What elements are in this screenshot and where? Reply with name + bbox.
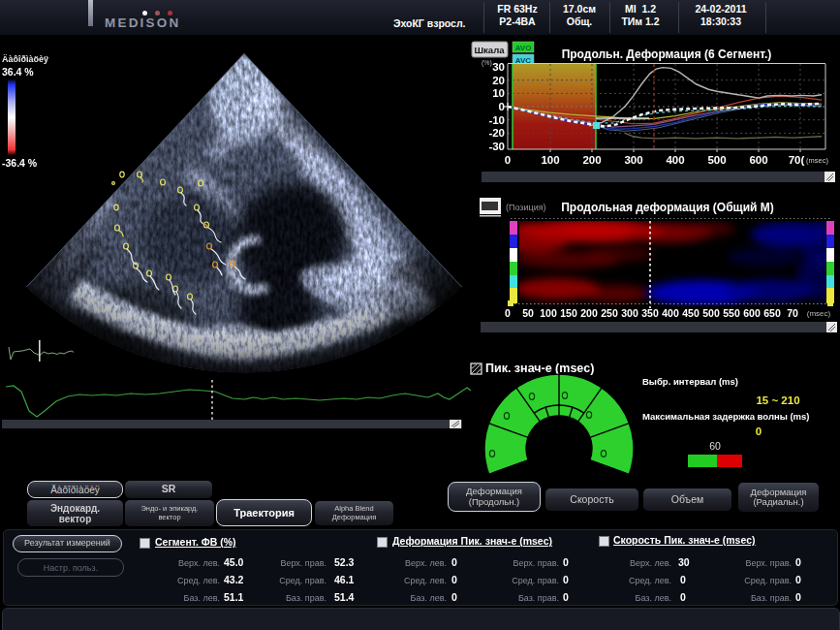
- svg-text:Максимальная задержка волны (m: Максимальная задержка волны (ms): [642, 411, 809, 422]
- svg-text:100: 100: [541, 154, 559, 166]
- svg-text:650: 650: [763, 307, 781, 319]
- svg-text:300: 300: [624, 154, 642, 166]
- svg-text:60: 60: [709, 440, 721, 452]
- svg-text:400: 400: [666, 154, 684, 166]
- svg-text:-10: -10: [488, 114, 505, 126]
- svg-text:Выбр. интервал (ms): Выбр. интервал (ms): [642, 376, 738, 387]
- svg-text:50: 50: [522, 307, 534, 319]
- svg-text:AVO: AVO: [515, 44, 532, 52]
- svg-text:300: 300: [621, 307, 638, 319]
- svg-text:0: 0: [505, 307, 511, 319]
- svg-text:0: 0: [499, 101, 505, 112]
- svg-text:Äàôîðìàöèÿ: Äàôîðìàöèÿ: [2, 54, 48, 64]
- svg-text:200: 200: [580, 307, 598, 319]
- svg-text:Продольн. Деформация (6 Сегмен: Продольн. Деформация (6 Сегмент.): [562, 47, 772, 61]
- svg-text:70: 70: [787, 307, 798, 319]
- svg-text:0: 0: [505, 154, 511, 166]
- svg-text:200: 200: [582, 154, 601, 166]
- svg-text:150: 150: [560, 307, 577, 319]
- svg-text:250: 250: [601, 307, 618, 319]
- svg-text:36.4 %: 36.4 %: [2, 66, 34, 78]
- svg-text:(Позиция): (Позиция): [506, 203, 546, 212]
- svg-text:(msec): (msec): [806, 156, 828, 165]
- svg-text:600: 600: [749, 154, 767, 166]
- svg-text:100: 100: [540, 307, 557, 319]
- svg-text:600: 600: [743, 307, 761, 319]
- svg-text:(msec): (msec): [807, 309, 831, 318]
- svg-text:450: 450: [682, 307, 700, 319]
- svg-text:Продольная деформация (Общий M: Продольная деформация (Общий M): [561, 201, 774, 214]
- svg-text:30: 30: [492, 61, 505, 73]
- svg-text:350: 350: [641, 307, 659, 319]
- svg-text:15 ~ 210: 15 ~ 210: [756, 394, 799, 406]
- svg-text:400: 400: [662, 307, 679, 319]
- svg-text:(%): (%): [482, 59, 492, 67]
- svg-text:-30: -30: [488, 141, 505, 152]
- svg-text:10: 10: [492, 87, 505, 99]
- svg-text:70(: 70(: [789, 154, 805, 166]
- svg-text:500: 500: [702, 307, 720, 319]
- svg-text:Пик. знач-е (msec): Пик. знач-е (msec): [485, 362, 594, 375]
- svg-text:20: 20: [492, 75, 505, 86]
- svg-text:-20: -20: [488, 127, 505, 139]
- svg-text:500: 500: [707, 154, 726, 166]
- svg-text:0: 0: [756, 425, 762, 437]
- svg-text:550: 550: [723, 307, 740, 319]
- svg-text:-36.4 %: -36.4 %: [2, 157, 38, 169]
- svg-text:Шкала: Шкала: [475, 45, 506, 55]
